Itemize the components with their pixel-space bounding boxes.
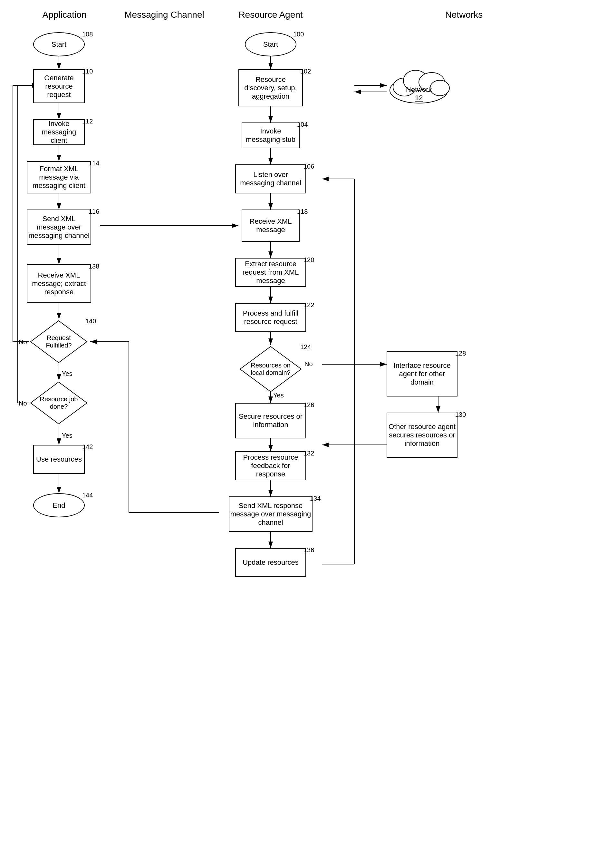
process-fulfill-id: 122 <box>304 301 314 309</box>
ra-start-id: 100 <box>293 31 304 38</box>
invoke-stub-label: Invoke messaging stub <box>242 127 299 144</box>
gen-resource-id: 110 <box>82 68 93 75</box>
send-xml-response-label: Send XML response message over messaging… <box>229 501 312 527</box>
invoke-stub-rect: Invoke messaging stub <box>242 122 300 148</box>
secure-resources-label: Secure resources or information <box>236 412 305 429</box>
app-end-id: 144 <box>82 491 93 499</box>
flowchart-diagram: Application Messaging Channel Resource A… <box>0 0 616 841</box>
other-agent-rect: Other resource agent secures resources o… <box>387 413 458 458</box>
col-header-messaging: Messaging Channel <box>119 10 210 20</box>
resources-local-diamond: Resources on local domain? <box>238 345 303 393</box>
interface-agent-id: 128 <box>455 350 466 357</box>
app-end-ellipse: End <box>33 493 85 518</box>
yes-label-2: Yes <box>62 432 72 440</box>
request-fulfilled-diamond: Request Fulfilled? <box>29 319 89 364</box>
process-feedback-id: 132 <box>304 450 314 457</box>
receive-xml-ra-label: Receive XML message <box>242 217 299 234</box>
no-label-local: No <box>304 360 313 368</box>
format-xml-rect: Format XML message via messaging client <box>27 161 91 193</box>
col-header-networks: Networks <box>419 10 509 20</box>
format-xml-label: Format XML message via messaging client <box>27 165 91 190</box>
invoke-client-rect: Invoke messaging client <box>33 119 85 145</box>
extract-resource-id: 120 <box>304 256 314 264</box>
ra-start-label: Start <box>263 40 278 49</box>
app-start-label: Start <box>51 40 66 49</box>
resource-discovery-rect: Resource discovery, setup, aggregation <box>238 69 303 106</box>
app-end-label: End <box>53 501 65 510</box>
receive-xml-app-rect: Receive XML message; extract response <box>27 264 91 303</box>
use-resources-id: 142 <box>82 443 93 451</box>
secure-resources-rect: Secure resources or information <box>235 403 306 438</box>
col-header-resource-agent: Resource Agent <box>226 10 316 20</box>
network-id: 12 <box>415 94 423 102</box>
send-xml-id: 116 <box>89 208 99 215</box>
network-cloud: Network 12 <box>387 63 451 105</box>
use-resources-label: Use resources <box>36 455 82 463</box>
listen-messaging-label: Listen over messaging channel <box>236 171 305 187</box>
interface-agent-rect: Interface resource agent for other domai… <box>387 351 458 397</box>
gen-resource-label: Generate resource request <box>34 74 84 99</box>
receive-xml-app-id: 138 <box>89 263 99 270</box>
use-resources-rect: Use resources <box>33 445 85 474</box>
app-start-id: 108 <box>82 31 93 38</box>
request-fulfilled-label: Request Fulfilled? <box>40 334 78 349</box>
no-label-1: No <box>19 338 27 346</box>
resource-discovery-id: 102 <box>300 68 311 75</box>
receive-xml-app-label: Receive XML message; extract response <box>27 271 91 296</box>
extract-resource-rect: Extract resource request from XML messag… <box>235 258 306 287</box>
process-fulfill-rect: Process and fulfill resource request <box>235 303 306 332</box>
process-feedback-rect: Process resource feedback for response <box>235 451 306 480</box>
receive-xml-ra-rect: Receive XML message <box>242 210 300 242</box>
yes-label-local: Yes <box>273 392 284 399</box>
resource-job-done-label: Resource job done? <box>40 396 78 410</box>
svg-point-45 <box>430 80 449 96</box>
network-label: Network <box>406 85 432 94</box>
update-resources-rect: Update resources <box>235 548 306 577</box>
send-xml-label: Send XML message over messaging channel <box>27 215 91 240</box>
secure-resources-id: 126 <box>304 401 314 409</box>
extract-resource-label: Extract resource request from XML messag… <box>236 260 305 285</box>
col-header-application: Application <box>19 10 110 20</box>
update-resources-label: Update resources <box>243 558 299 567</box>
ra-start-ellipse: Start <box>245 32 296 56</box>
resources-local-label: Resources on local domain? <box>248 362 293 376</box>
request-fulfilled-id: 140 <box>85 318 96 325</box>
process-feedback-label: Process resource feedback for response <box>236 453 305 478</box>
format-xml-id: 114 <box>89 160 99 167</box>
other-agent-label: Other resource agent secures resources o… <box>387 423 457 448</box>
yes-label-1: Yes <box>62 370 72 378</box>
invoke-client-id: 112 <box>82 118 93 125</box>
send-xml-response-id: 134 <box>310 495 321 502</box>
invoke-stub-id: 104 <box>297 121 308 128</box>
interface-agent-label: Interface resource agent for other domai… <box>387 361 457 387</box>
send-xml-response-rect: Send XML response message over messaging… <box>229 496 312 532</box>
other-agent-id: 130 <box>455 411 466 418</box>
receive-xml-ra-id: 118 <box>297 208 308 215</box>
resource-discovery-label: Resource discovery, setup, aggregation <box>239 75 302 101</box>
listen-messaging-id: 106 <box>304 163 314 170</box>
update-resources-id: 136 <box>304 546 314 554</box>
resources-local-id: 124 <box>300 343 311 351</box>
gen-resource-rect: Generate resource request <box>33 69 85 103</box>
app-start-ellipse: Start <box>33 32 85 56</box>
send-xml-rect: Send XML message over messaging channel <box>27 210 91 245</box>
resource-job-done-diamond: Resource job done? <box>29 380 89 425</box>
listen-messaging-rect: Listen over messaging channel <box>235 165 306 193</box>
invoke-client-label: Invoke messaging client <box>34 120 84 145</box>
arrows-svg <box>0 0 616 841</box>
process-fulfill-label: Process and fulfill resource request <box>236 309 305 326</box>
no-label-2: No <box>19 400 27 407</box>
